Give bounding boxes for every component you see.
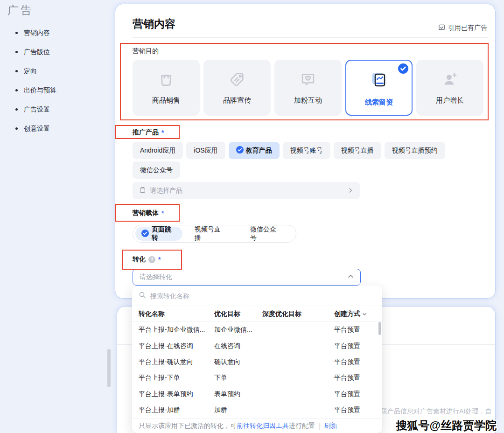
product-picker[interactable]: 请选择产品	[133, 182, 360, 199]
table-row[interactable]: 平台上报-在线咨询 在线咨询 平台预置	[132, 338, 382, 354]
conversion-search-input[interactable]	[150, 292, 376, 300]
table-row[interactable]: 平台上报-确认意向 确认意向 平台预置	[132, 354, 382, 370]
chip-channels-account[interactable]: 视频号账号	[283, 142, 330, 159]
attribution-tool-link[interactable]: 前往转化归因工具	[237, 422, 289, 430]
sidebar-item-label: 广告版位	[24, 48, 50, 56]
check-circle-icon	[141, 230, 149, 238]
purpose-card-brand-promo[interactable]: 品牌宣传	[203, 60, 271, 116]
cell-creation-method: 平台预置	[334, 374, 376, 382]
cell-optimization-goal: 表单预约	[214, 390, 262, 398]
conversion-dropdown-footer: 只显示该应用下已激活的转化，可前往转化归因工具进行配置|刷新	[132, 418, 382, 433]
bullet-icon	[15, 70, 18, 72]
purpose-card-product-sales[interactable]: 商品销售	[133, 60, 200, 116]
cell-conversion-name: 平台上报-加群	[139, 406, 214, 414]
cell-creation-method: 平台预置	[334, 342, 376, 350]
ad-editor-page: 广告 营销内容 广告版位 定向 出价与预算 广告设置 创意设置 联产品信息对广告…	[0, 0, 504, 433]
purpose-card-label: 加粉互动	[294, 96, 322, 105]
quote-existing-ad-button[interactable]: 引用已有广告	[438, 24, 487, 32]
chip-education-product[interactable]: 教育产品	[229, 142, 280, 159]
content-scrollbar-thumb[interactable]	[107, 349, 111, 387]
dropdown-scrollbar-thumb[interactable]	[378, 322, 381, 335]
carrier-option-channels-live[interactable]: 视频号直播	[182, 225, 238, 242]
column-optimization-goal: 优化目标	[214, 310, 262, 318]
conversion-table-body: 平台上报-加企业微信... 加企业微信... 平台预置 平台上报-在线咨询 在线…	[132, 322, 382, 418]
sidebar-item-label: 广告设置	[24, 105, 50, 114]
bullet-icon	[15, 127, 18, 130]
required-mark: *	[161, 129, 164, 136]
cell-optimization-goal: 确认意向	[214, 358, 262, 366]
carrier-label-text: 营销载体	[133, 209, 159, 217]
carrier-option-page-jump[interactable]: 页面跳转	[135, 227, 182, 241]
sidebar-item-label: 营销内容	[24, 29, 50, 37]
chip-label: 视频号账号	[290, 147, 323, 155]
sidebar-item-ad-settings[interactable]: 广告设置	[15, 100, 109, 119]
quote-button-label: 引用已有广告	[448, 24, 487, 32]
chevron-right-icon	[348, 187, 353, 195]
chat-heart-icon	[299, 70, 317, 90]
chevron-down-icon	[362, 310, 367, 318]
required-mark: *	[158, 256, 161, 263]
chip-android-app[interactable]: Android应用	[133, 142, 183, 159]
carrier-option-label: 页面跳转	[152, 225, 176, 242]
cell-optimization-goal: 下单	[214, 374, 262, 382]
next-section-partial-text: 联产品信息对广告素材进行AI处理，自	[381, 407, 491, 416]
table-row[interactable]: 平台上报-加群 加群 平台预置	[132, 402, 382, 418]
carrier-section-label: 营销载体 *	[133, 209, 164, 217]
chip-label: Android应用	[140, 147, 175, 155]
product-section-label: 推广产品 *	[133, 128, 164, 137]
carrier-option-wechat-official[interactable]: 微信公众号	[238, 225, 294, 242]
purpose-card-label: 商品销售	[152, 96, 180, 105]
carrier-option-group: 页面跳转 视频号直播 微信公众号	[133, 225, 296, 243]
sidebar-item-targeting[interactable]: 定向	[15, 62, 109, 81]
conversion-dropdown: 转化名称 优化目标 深度优化目标 创建方式 平台上报-加企业微信... 加企业微…	[132, 286, 382, 433]
clipboard-icon	[139, 187, 146, 195]
check-circle-icon	[236, 146, 244, 155]
chevron-up-icon	[348, 273, 354, 281]
chip-ios-app[interactable]: iOS应用	[186, 142, 225, 159]
divider	[133, 37, 488, 38]
conversion-select[interactable]: 请选择转化	[133, 269, 361, 286]
quote-icon	[438, 24, 445, 32]
chip-wechat-official-account[interactable]: 微信公众号	[133, 161, 180, 179]
sidebar-item-bid-budget[interactable]: 出价与预算	[15, 81, 109, 100]
cell-conversion-name: 平台上报-加企业微信...	[139, 326, 214, 334]
marketing-content-card: 营销内容 引用已有广告 营销目的 商品销售 品牌宣传 加粉互动	[115, 4, 496, 299]
purpose-card-user-growth[interactable]: 用户增长	[416, 60, 483, 116]
refresh-button[interactable]: 刷新	[324, 422, 337, 430]
cell-optimization-goal: 加群	[214, 406, 262, 414]
purpose-card-label: 用户增长	[436, 96, 464, 105]
purpose-card-lead-generation[interactable]: 线索留资	[345, 60, 413, 116]
table-row[interactable]: 平台上报-下单 下单 平台预置	[132, 370, 382, 386]
purpose-card-fan-interaction[interactable]: 加粉互动	[274, 60, 342, 116]
help-icon[interactable]: ?	[148, 256, 155, 263]
conversion-select-placeholder: 请选择转化	[140, 273, 172, 281]
conversion-table-header: 转化名称 优化目标 深度优化目标 创建方式	[132, 306, 382, 322]
sidebar-item-ad-placement[interactable]: 广告版位	[15, 42, 109, 62]
cell-optimization-goal: 在线咨询	[214, 342, 262, 350]
cell-conversion-name: 平台上报-在线咨询	[139, 342, 214, 350]
sidebar-item-creative-settings[interactable]: 创意设置	[15, 119, 109, 138]
cell-creation-method: 平台预置	[334, 358, 376, 366]
product-label-text: 推广产品	[133, 128, 159, 137]
chip-channels-live-booking[interactable]: 视频号直播预约	[385, 142, 445, 159]
chip-label: 视频号直播预约	[392, 147, 438, 155]
conversion-label-text: 转化	[133, 255, 146, 264]
tag-icon	[228, 70, 246, 90]
cell-creation-method: 平台预置	[334, 390, 376, 398]
required-mark: *	[161, 210, 164, 217]
watermark-text: 搜狐号@丝路贾学院	[396, 418, 497, 433]
bullet-icon	[15, 51, 18, 53]
column-creation-method[interactable]: 创建方式	[334, 310, 376, 318]
table-row[interactable]: 平台上报-加企业微信... 加企业微信... 平台预置	[132, 322, 382, 338]
product-chip-group: Android应用 iOS应用 教育产品 视频号账号 视频号直播 视频号直播预约…	[133, 142, 459, 179]
chip-channels-live[interactable]: 视频号直播	[334, 142, 381, 159]
sidebar-item-label: 创意设置	[24, 125, 50, 133]
purpose-card-label: 品牌宣传	[223, 96, 251, 105]
user-plus-icon	[441, 70, 459, 90]
purpose-card-row: 商品销售 品牌宣传 加粉互动 线索留资 用户增长	[133, 60, 483, 116]
product-picker-placeholder: 请选择产品	[150, 187, 182, 195]
sidebar-item-marketing-content[interactable]: 营销内容	[15, 23, 109, 42]
check-badge-icon	[398, 63, 408, 74]
shopping-bag-icon	[157, 70, 175, 90]
table-row[interactable]: 平台上报-表单预约 表单预约 平台预置	[132, 386, 382, 402]
